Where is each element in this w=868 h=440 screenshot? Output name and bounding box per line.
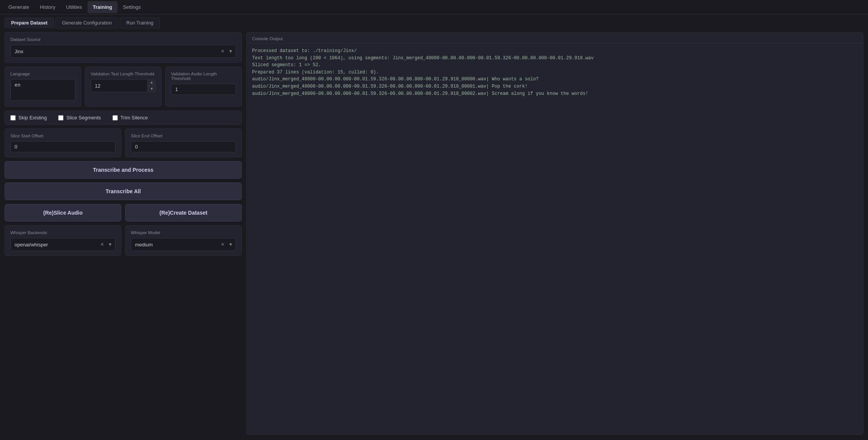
- dataset-source-dropdown-btn[interactable]: ▼: [228, 48, 234, 55]
- nav-generate[interactable]: Generate: [3, 1, 34, 13]
- validation-text-label: Validation Text Length Threshold: [91, 72, 156, 76]
- whisper-backends-dropdown-btn[interactable]: ▼: [107, 241, 113, 248]
- dataset-source-wrapper: ✕ ▼: [10, 45, 236, 58]
- dataset-source-clear-btn[interactable]: ✕: [220, 48, 225, 55]
- left-panel: Dataset Source ✕ ▼ Language en Validatio…: [5, 32, 242, 435]
- skip-existing-input[interactable]: [10, 115, 16, 121]
- validation-audio-label: Validation Audio Length Threshold: [171, 72, 236, 81]
- tab-prepare-dataset[interactable]: Prepare Dataset: [5, 18, 54, 28]
- skip-existing-label: Skip Existing: [18, 115, 47, 121]
- transcribe-process-button[interactable]: Transcribe and Process: [5, 161, 242, 179]
- whisper-backends-card: Whisper Backends ✕ ▼: [5, 225, 121, 256]
- offsets-row: Slice Start Offset Slice End Offset: [5, 129, 242, 157]
- whisper-backends-wrapper: ✕ ▼: [10, 238, 116, 251]
- console-output[interactable]: Processed dataset to: ./training/Jinx/ T…: [247, 44, 863, 434]
- top-nav: Generate History Utilities Training Sett…: [0, 0, 868, 15]
- console-card: Console Output Processed dataset to: ./t…: [246, 32, 863, 435]
- validation-text-up[interactable]: ▲: [148, 79, 156, 86]
- checkboxes-card: Skip Existing Slice Segments Trim Silenc…: [5, 111, 242, 125]
- thresholds-row: Language en Validation Text Length Thres…: [5, 67, 242, 107]
- slice-segments-checkbox[interactable]: Slice Segments: [58, 115, 101, 121]
- validation-text-input[interactable]: [91, 79, 156, 92]
- dataset-source-input[interactable]: [10, 45, 236, 58]
- slice-segments-label: Slice Segments: [66, 115, 101, 121]
- console-label: Console Output: [247, 33, 863, 44]
- language-label: Language: [10, 72, 75, 76]
- validation-text-down[interactable]: ▼: [148, 86, 156, 93]
- slice-start-card: Slice Start Offset: [5, 129, 121, 157]
- trim-silence-label: Trim Silence: [121, 115, 148, 121]
- whisper-backends-clear-btn[interactable]: ✕: [99, 241, 105, 248]
- whisper-model-wrapper: ✕ ▼: [131, 238, 236, 251]
- language-input[interactable]: en: [10, 79, 75, 101]
- nav-settings[interactable]: Settings: [117, 1, 146, 13]
- slice-segments-input[interactable]: [58, 115, 64, 121]
- slice-start-label: Slice Start Offset: [10, 134, 116, 138]
- whisper-model-dropdown-btn[interactable]: ▼: [228, 241, 234, 248]
- tab-run-training[interactable]: Run Training: [120, 18, 160, 28]
- dataset-source-card: Dataset Source ✕ ▼: [5, 32, 242, 63]
- trim-silence-checkbox[interactable]: Trim Silence: [112, 115, 148, 121]
- right-panel: Console Output Processed dataset to: ./t…: [246, 32, 863, 435]
- skip-existing-checkbox[interactable]: Skip Existing: [10, 115, 47, 121]
- whisper-model-controls: ✕ ▼: [220, 241, 234, 248]
- nav-utilities[interactable]: Utilities: [61, 1, 88, 13]
- whisper-model-card: Whisper Model ✕ ▼: [125, 225, 242, 256]
- whisper-backends-controls: ✕ ▼: [99, 241, 113, 248]
- tab-generate-configuration[interactable]: Generate Configuration: [55, 18, 118, 28]
- validation-text-wrapper: ▲ ▼: [91, 79, 156, 92]
- validation-audio-card: Validation Audio Length Threshold: [165, 67, 242, 107]
- validation-text-spinners: ▲ ▼: [147, 79, 156, 92]
- dataset-source-controls: ✕ ▼: [220, 48, 234, 55]
- trim-silence-input[interactable]: [112, 115, 118, 121]
- slice-end-card: Slice End Offset: [125, 129, 242, 157]
- slice-start-input[interactable]: [10, 141, 116, 152]
- whisper-backends-label: Whisper Backends: [10, 230, 116, 235]
- language-card: Language en: [5, 67, 81, 107]
- nav-history[interactable]: History: [34, 1, 60, 13]
- slice-end-input[interactable]: [131, 141, 236, 152]
- transcribe-all-button[interactable]: Transcribe All: [5, 183, 242, 200]
- whisper-model-label: Whisper Model: [131, 230, 236, 235]
- validation-audio-input[interactable]: [171, 84, 236, 95]
- validation-text-card: Validation Text Length Threshold ▲ ▼: [85, 67, 161, 107]
- slice-recreate-row: (Re)Slice Audio (Re)Create Dataset: [5, 204, 242, 222]
- recreate-dataset-button[interactable]: (Re)Create Dataset: [125, 204, 242, 222]
- reslice-audio-button[interactable]: (Re)Slice Audio: [5, 204, 121, 222]
- nav-training[interactable]: Training: [88, 1, 118, 13]
- whisper-model-clear-btn[interactable]: ✕: [220, 241, 225, 248]
- tabs-bar: Prepare Dataset Generate Configuration R…: [0, 15, 868, 28]
- slice-end-label: Slice End Offset: [131, 134, 236, 138]
- whisper-row: Whisper Backends ✕ ▼ Whisper Model ✕ ▼: [5, 225, 242, 256]
- main-content: Dataset Source ✕ ▼ Language en Validatio…: [0, 28, 868, 438]
- dataset-source-label: Dataset Source: [10, 37, 236, 42]
